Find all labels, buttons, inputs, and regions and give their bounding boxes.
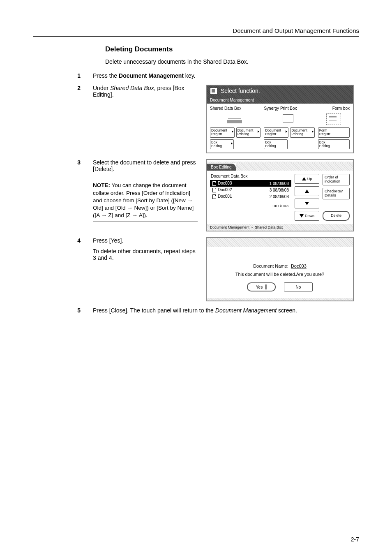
scroll-up-button[interactable] — [295, 186, 319, 196]
label: Up — [307, 177, 312, 181]
page-number: 2-7 — [351, 536, 359, 543]
text-bold: Document Management — [119, 72, 184, 79]
doc-date: 08/08/08 — [273, 194, 289, 199]
text: Press the — [93, 72, 119, 79]
header-rule — [33, 36, 359, 37]
step-number: 1 — [76, 72, 93, 79]
box-editing-button[interactable]: Box Editing — [210, 139, 234, 150]
scroll-down-button[interactable] — [295, 199, 319, 208]
doc-num: 3 — [270, 188, 272, 192]
breadcrumb-item: Document Management — [210, 225, 249, 229]
check-details-button[interactable]: Check/Rev. Details — [323, 188, 350, 199]
down-button[interactable]: Down — [295, 211, 319, 221]
panel-title: Select function. — [221, 88, 260, 94]
window-icon — [210, 88, 217, 94]
document-printing-button[interactable]: Document Printing — [290, 127, 315, 138]
step-2-text: Under Shared Data Box, press [Box Editin… — [93, 85, 198, 98]
col-header: Shared Data Box — [210, 106, 261, 112]
step-number: 2 — [76, 85, 93, 91]
form-icon — [326, 113, 341, 125]
panel-tab: Box Editing — [207, 164, 236, 171]
col-header: Form box — [318, 106, 350, 112]
step-number: 3 — [76, 159, 93, 166]
step-number: 4 — [76, 237, 93, 244]
triangle-up-icon — [302, 177, 306, 180]
box-editing-panel: Box Editing Document Data Box Doc003 1 0… — [206, 159, 354, 231]
intro-text: Delete unnecessary documents in the Shar… — [105, 58, 359, 65]
note-label: NOTE: — [93, 182, 110, 188]
breadcrumb: Document Management - Shared Data Box — [207, 224, 353, 231]
value: Doc003 — [291, 264, 307, 268]
note-box: NOTE: You can change the document collat… — [93, 179, 198, 222]
text-italic: Shared Data Box — [110, 85, 154, 91]
text: screen. — [277, 307, 297, 314]
confirm-message: This document will be deleted.Are you su… — [215, 272, 345, 277]
document-icon — [212, 188, 216, 192]
stack-icon — [282, 113, 297, 125]
document-icon — [212, 194, 216, 199]
delete-button[interactable]: Delete — [323, 211, 350, 221]
triangle-down-icon — [300, 214, 304, 217]
document-registr-button[interactable]: Document Registr. — [264, 127, 288, 138]
list-item[interactable]: Doc001 2 08/08/08 — [210, 193, 291, 200]
no-button[interactable]: No — [284, 282, 313, 291]
doc-date: 08/08/08 — [273, 188, 289, 192]
up-button[interactable]: Up — [295, 174, 319, 184]
doc-date: 08/08/08 — [273, 181, 289, 186]
confirm-doc-name: Document Name: Doc003 — [215, 264, 345, 268]
triangle-down-icon — [305, 202, 309, 205]
doc-name: Doc002 — [218, 187, 232, 192]
step-4-text-2: To delete other documents, repeat steps … — [93, 248, 198, 261]
doc-name: Doc003 — [218, 181, 232, 185]
text: Under — [93, 85, 110, 91]
label: Document Name: — [253, 264, 288, 268]
document-printing-button[interactable]: Document Printing — [236, 127, 261, 138]
step-4-text: Press [Yes]. — [93, 237, 198, 244]
triangle-up-icon — [305, 190, 309, 193]
col-header: Synergy Print Box — [264, 106, 314, 112]
doc-name: Doc001 — [218, 194, 232, 199]
breadcrumb-item: Shared Data Box — [255, 225, 283, 229]
list-header: Document Data Box — [210, 174, 291, 178]
list-item[interactable]: Doc002 3 08/08/08 — [210, 187, 291, 193]
step-1-text: Press the Document Management key. — [93, 72, 359, 79]
doc-num: 2 — [270, 194, 272, 199]
box-editing-button[interactable]: Box Editing — [318, 139, 350, 150]
document-registr-button[interactable]: Document Registr. — [210, 127, 235, 138]
select-function-panel: Select function. Document Management Sha… — [206, 85, 354, 153]
running-header: Document and Output Management Functions — [233, 27, 359, 34]
text-italic: Document Management — [215, 307, 277, 314]
panel-subtitle: Document Management — [207, 96, 353, 104]
yes-button[interactable]: Yes — [247, 282, 276, 291]
box-editing-button[interactable]: Box Editing — [264, 139, 288, 150]
step-number: 5 — [76, 307, 93, 314]
step-5-text: Press [Close]. The touch panel will retu… — [93, 307, 359, 314]
indicator-icon — [265, 284, 267, 289]
form-registr-button[interactable]: Form Registr. — [318, 127, 350, 138]
label: Yes — [256, 285, 263, 289]
list-item[interactable]: Doc003 1 08/08/08 — [210, 180, 291, 187]
text: Press [Close]. The touch panel will retu… — [93, 307, 215, 314]
copier-icon — [227, 114, 244, 124]
text: key. — [184, 72, 196, 79]
order-indication-button[interactable]: Order of indication — [323, 174, 350, 185]
doc-num: 1 — [270, 181, 272, 186]
document-icon — [212, 181, 216, 186]
step-3-text: Select the document to delete and press … — [93, 159, 198, 172]
label: Down — [305, 214, 314, 218]
section-title: Deleting Documents — [105, 45, 359, 53]
list-counter: 001/003 — [210, 204, 291, 208]
confirm-delete-panel: Document Name: Doc003 This document will… — [206, 237, 354, 301]
